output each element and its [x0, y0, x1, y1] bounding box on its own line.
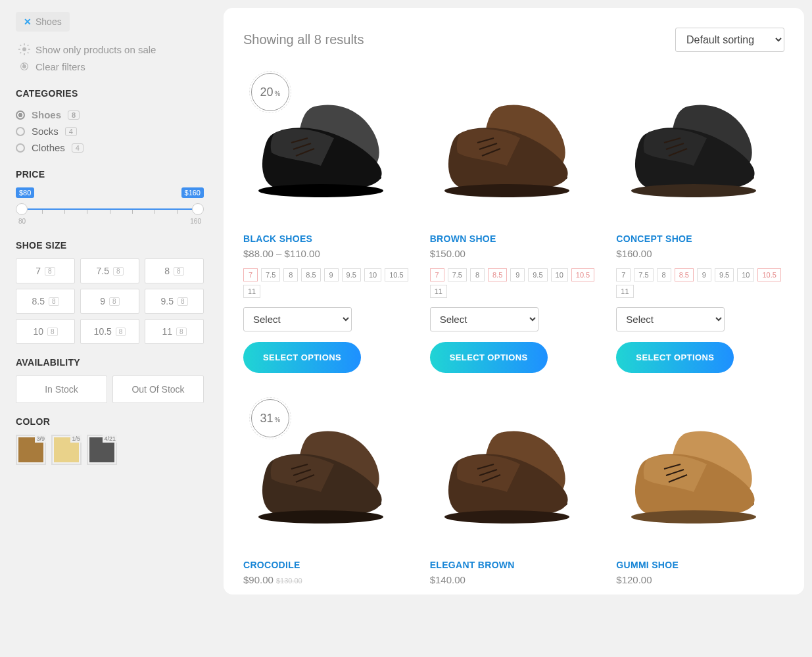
size-value: 10	[33, 326, 43, 337]
size-value: 7.5	[96, 266, 108, 276]
category-label: Clothes	[32, 142, 65, 153]
category-socks[interactable]: Socks4	[16, 123, 204, 139]
variation-select[interactable]: Select	[430, 307, 538, 331]
select-options-button[interactable]: SELECT OPTIONS	[616, 342, 734, 373]
select-options-button[interactable]: SELECT OPTIONS	[430, 342, 548, 373]
svg-rect-8	[20, 52, 22, 54]
color-swatch[interactable]: 1/5	[51, 435, 82, 465]
svg-rect-3	[18, 49, 20, 50]
size-chip-7[interactable]: 7	[616, 268, 631, 281]
sale-only-label: Show only products on sale	[36, 44, 156, 55]
size-chip-11[interactable]: 11	[430, 285, 447, 298]
size-filter-8[interactable]: 88	[145, 258, 204, 283]
category-clothes[interactable]: Clothes4	[16, 139, 204, 156]
size-chip-10.5[interactable]: 10.5	[385, 268, 408, 281]
svg-rect-7	[27, 45, 29, 47]
size-chip-7[interactable]: 7	[243, 268, 258, 281]
size-chip-8.5[interactable]: 8.5	[301, 268, 320, 281]
product-title[interactable]: CROCODILE	[243, 560, 412, 570]
size-chip-9[interactable]: 9	[510, 268, 525, 281]
size-chip-9[interactable]: 9	[324, 268, 339, 281]
size-chip-10[interactable]: 10	[551, 268, 568, 281]
product-title[interactable]: CONCEPT SHOE	[616, 233, 784, 244]
product-title[interactable]: BROWN SHOE	[430, 233, 598, 244]
size-chip-10[interactable]: 10	[737, 268, 754, 281]
size-chips: 77.588.599.51010.511	[430, 268, 598, 298]
size-chip-9[interactable]: 9	[697, 268, 711, 281]
size-chip-9.5[interactable]: 9.5	[528, 268, 547, 281]
clear-filters-link[interactable]: Clear filters	[16, 58, 204, 75]
size-count: 8	[47, 328, 58, 336]
size-filter-9[interactable]: 98	[80, 289, 139, 314]
size-filter-10[interactable]: 108	[16, 319, 75, 344]
refresh-icon	[18, 61, 30, 72]
axis-min: 80	[18, 218, 26, 225]
size-value: 10.5	[94, 326, 112, 337]
size-filter-8.5[interactable]: 8.58	[16, 289, 75, 314]
filter-sidebar: ✕ Shoes Show only products on sale Clear…	[8, 8, 212, 595]
size-value: 9.5	[160, 296, 173, 306]
select-options-button[interactable]: SELECT OPTIONS	[243, 342, 361, 373]
product-title[interactable]: ELEGANT BROWN	[430, 560, 598, 570]
product-image[interactable]: 20%	[243, 65, 412, 227]
size-heading: SHOE SIZE	[16, 240, 204, 251]
size-count: 8	[113, 267, 124, 276]
size-chip-8[interactable]: 8	[657, 268, 671, 281]
product-image[interactable]	[616, 391, 784, 553]
size-filter-9.5[interactable]: 9.58	[145, 289, 204, 314]
size-chip-10.5[interactable]: 10.5	[571, 268, 594, 281]
variation-select[interactable]: Select	[616, 307, 725, 331]
size-value: 8.5	[32, 296, 44, 306]
svg-rect-1	[24, 43, 25, 45]
size-chip-8[interactable]: 8	[470, 268, 485, 281]
slider-handle-min[interactable]	[16, 203, 28, 215]
product-image[interactable]	[430, 391, 598, 553]
color-heading: COLOR	[16, 416, 204, 427]
variation-select[interactable]: Select	[243, 307, 352, 331]
product-image[interactable]	[430, 65, 598, 227]
product-title[interactable]: BLACK SHOES	[243, 233, 412, 244]
size-chip-11[interactable]: 11	[243, 285, 260, 298]
size-filter-7[interactable]: 78	[16, 258, 75, 283]
svg-point-0	[22, 47, 26, 51]
size-chip-7.5[interactable]: 7.5	[261, 268, 280, 281]
in-stock-button[interactable]: In Stock	[16, 376, 107, 403]
svg-rect-2	[24, 53, 25, 55]
size-count: 8	[176, 328, 187, 336]
svg-rect-6	[27, 52, 29, 54]
size-chip-9.5[interactable]: 9.5	[715, 268, 734, 281]
out-of-stock-button[interactable]: Out Of Stock	[112, 376, 204, 403]
size-filter-10.5[interactable]: 10.58	[80, 319, 139, 344]
product-image[interactable]: 31%	[243, 391, 412, 553]
color-swatch[interactable]: 3/9	[16, 435, 46, 465]
size-chip-7.5[interactable]: 7.5	[634, 268, 653, 281]
size-chip-11[interactable]: 11	[616, 285, 633, 298]
clear-filters-label: Clear filters	[36, 61, 85, 72]
close-icon[interactable]: ✕	[24, 16, 32, 27]
slider-handle-max[interactable]	[192, 203, 204, 215]
sale-only-link[interactable]: Show only products on sale	[16, 41, 204, 58]
size-chip-7[interactable]: 7	[430, 268, 444, 281]
price-slider[interactable]: $80 $160 80 160	[16, 187, 204, 227]
category-shoes[interactable]: Shoes8	[16, 107, 204, 123]
product-image[interactable]	[616, 65, 784, 227]
radio-icon	[16, 143, 25, 153]
size-chip-7.5[interactable]: 7.5	[448, 268, 467, 281]
size-chip-8.5[interactable]: 8.5	[488, 268, 507, 281]
size-filter-7.5[interactable]: 7.58	[80, 258, 139, 283]
product-price: $150.00	[430, 248, 598, 259]
color-swatches: 3/91/54/21	[16, 435, 204, 465]
active-filter-chip[interactable]: ✕ Shoes	[16, 12, 70, 32]
size-filter-11[interactable]: 118	[145, 319, 204, 344]
size-chip-10[interactable]: 10	[364, 268, 381, 281]
color-swatch[interactable]: 4/21	[87, 435, 117, 465]
size-chip-9.5[interactable]: 9.5	[342, 268, 361, 281]
size-chip-8[interactable]: 8	[283, 268, 298, 281]
svg-rect-5	[20, 45, 22, 47]
size-chip-10.5[interactable]: 10.5	[757, 268, 780, 281]
sort-select[interactable]: Default sorting	[675, 28, 784, 52]
product-title[interactable]: GUMMI SHOE	[616, 560, 784, 570]
product-listing: Showing all 8 results Default sorting 20…	[224, 8, 804, 595]
size-chip-8.5[interactable]: 8.5	[675, 268, 694, 281]
category-label: Socks	[32, 126, 59, 137]
